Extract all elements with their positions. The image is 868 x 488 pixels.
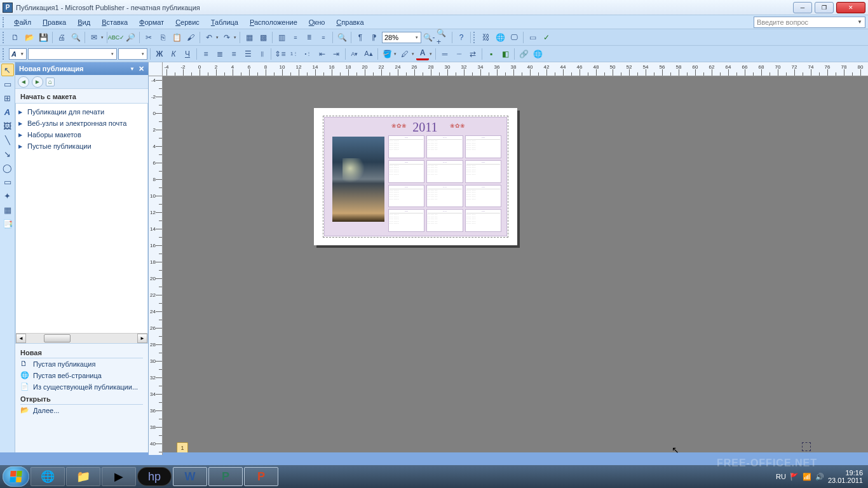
scroll-left-icon[interactable]: ◄ xyxy=(16,334,26,343)
zoom-in-icon[interactable]: 🔍+ xyxy=(437,31,449,44)
numbering-icon[interactable]: 1⋮ xyxy=(288,48,301,60)
line-style-icon[interactable]: ═ xyxy=(438,48,451,60)
dropdown-arrow-icon[interactable]: ▾ xyxy=(234,35,236,40)
toolbar-grip[interactable] xyxy=(3,17,6,27)
connect-toolbox-icon[interactable]: ⛓ xyxy=(480,31,492,44)
dropdown-arrow-icon[interactable]: ▾ xyxy=(394,51,397,57)
font-color-icon[interactable]: A xyxy=(416,48,429,60)
table-tool-icon[interactable]: ⊞ xyxy=(1,92,14,104)
redo-icon[interactable]: ↷ xyxy=(220,31,233,44)
arrow-style-icon[interactable]: ⇄ xyxy=(466,48,479,60)
underline-icon[interactable]: Ч xyxy=(181,48,194,60)
horizontal-ruler[interactable]: -4-2024681012141618202224262830323436384… xyxy=(163,62,868,76)
taskbar-powerpoint[interactable]: P xyxy=(244,467,278,486)
align-justify-icon[interactable]: ☰ xyxy=(241,48,254,60)
horizontal-scrollbar[interactable]: ◄ ► xyxy=(16,333,147,343)
line-color-icon[interactable]: 🖊 xyxy=(398,48,411,60)
style-combo[interactable]: A▾ xyxy=(9,48,27,60)
start-button[interactable] xyxy=(3,466,29,487)
bold-icon[interactable]: Ж xyxy=(153,48,166,60)
help-search-box[interactable]: Введите вопрос▼ xyxy=(754,17,865,28)
help-icon[interactable]: ? xyxy=(455,31,468,44)
distributed-icon[interactable]: ⫴ xyxy=(255,48,268,60)
vertical-ruler[interactable]: -4-2024681012141618202224262830323436384… xyxy=(149,76,163,455)
increase-indent-icon[interactable]: ⇥ xyxy=(330,48,342,60)
link-blank-web[interactable]: 🌐Пустая веб-страница xyxy=(20,370,143,381)
arrow-tool-icon[interactable]: ↘ xyxy=(1,147,14,160)
tp-item-print[interactable]: Публикации для печати xyxy=(17,106,146,118)
insert-hyperlink-icon[interactable]: 🔗 xyxy=(517,48,530,60)
taskbar-mediaplayer[interactable]: ▶ xyxy=(102,467,136,486)
tp-item-design-sets[interactable]: Наборы макетов xyxy=(17,129,146,140)
menu-format[interactable]: Формат xyxy=(134,17,169,27)
menu-window[interactable]: Окно xyxy=(304,17,330,27)
menu-edit[interactable]: Правка xyxy=(37,17,71,27)
3d-icon[interactable]: ◧ xyxy=(499,48,512,60)
italic-icon[interactable]: К xyxy=(167,48,180,60)
text-box-tool-icon[interactable]: ▭ xyxy=(1,78,14,90)
new-icon[interactable]: 🗋 xyxy=(9,31,22,44)
align-center-icon[interactable]: ≣ xyxy=(214,48,226,60)
align-left-icon[interactable]: ≡ xyxy=(200,48,212,60)
menu-insert[interactable]: Вставка xyxy=(97,17,133,27)
nav-forward-icon[interactable]: ► xyxy=(32,76,43,88)
wordart-tool-icon[interactable]: A xyxy=(1,105,14,118)
fill-color-icon[interactable]: 🪣 xyxy=(381,48,393,60)
shadow-icon[interactable]: ▪ xyxy=(485,48,498,60)
dropdown-arrow-icon[interactable]: ▾ xyxy=(430,51,432,57)
zoom-out-icon[interactable]: 🔍- xyxy=(423,31,435,44)
menu-view[interactable]: Вид xyxy=(72,17,95,27)
paragraph-icon[interactable]: ¶ xyxy=(354,31,367,44)
decrease-font-icon[interactable]: A▾ xyxy=(348,48,361,60)
tray-flag-icon[interactable]: 🚩 xyxy=(790,473,799,481)
picture-frame-icon[interactable]: 🖼 xyxy=(1,119,14,132)
design-checker-icon[interactable]: ✓ xyxy=(540,31,553,44)
font-combo[interactable]: ▾ xyxy=(28,48,117,60)
taskbar-explorer[interactable]: 📁 xyxy=(66,467,100,486)
tray-volume-icon[interactable]: 🔊 xyxy=(815,473,824,481)
open-icon[interactable]: 📂 xyxy=(23,31,36,44)
dropdown-arrow-icon[interactable]: ▾ xyxy=(216,35,219,40)
spelling-icon[interactable]: ABC✓ xyxy=(110,31,123,44)
autoshapes-icon[interactable]: ✦ xyxy=(1,189,14,202)
design-gallery-icon[interactable]: ▭ xyxy=(526,31,539,44)
design-gallery-tool-icon[interactable]: 📑 xyxy=(1,217,14,230)
line-tool-icon[interactable]: ╲ xyxy=(1,133,14,146)
columns-icon[interactable]: ▥ xyxy=(275,31,288,44)
tp-item-blank[interactable]: Пустые публикации xyxy=(17,140,146,152)
format-painter-icon[interactable]: 🖌 xyxy=(184,31,197,44)
send-back-icon[interactable]: ▩ xyxy=(257,31,269,44)
dropdown-arrow-icon[interactable]: ▾ xyxy=(412,51,414,57)
special-chars-icon[interactable]: ⁋ xyxy=(368,31,381,44)
research-icon[interactable]: 🔎 xyxy=(124,31,137,44)
webtools-icon[interactable]: 🌐 xyxy=(494,31,506,44)
select-tool-icon[interactable]: ↖ xyxy=(1,64,14,76)
print-preview-icon[interactable]: 🔍 xyxy=(69,31,82,44)
maximize-button[interactable]: ❐ xyxy=(815,2,834,13)
zoom-combo[interactable]: 28%▾ xyxy=(382,32,421,43)
align-center-icon[interactable]: ≣ xyxy=(303,31,316,44)
tray-network-icon[interactable]: 📶 xyxy=(803,473,811,481)
close-button[interactable]: ✕ xyxy=(836,2,865,13)
dash-style-icon[interactable]: ┈ xyxy=(452,48,465,60)
canvas-viewport[interactable]: ❀✿❀ 2011 ❀✿❀ ······ · · · · · ·· · · · ·… xyxy=(163,76,868,455)
align-right-icon[interactable]: ≡ xyxy=(317,31,330,44)
cut-icon[interactable]: ✂ xyxy=(142,31,155,44)
web-preview-icon[interactable]: 🌐 xyxy=(531,48,544,60)
bullets-icon[interactable]: •⋮ xyxy=(302,48,315,60)
increase-font-icon[interactable]: A▴ xyxy=(362,48,375,60)
chevron-down-icon[interactable]: ▼ xyxy=(130,66,135,72)
preview-icon[interactable]: 🖵 xyxy=(508,31,520,44)
email-icon[interactable]: ✉ xyxy=(88,31,100,44)
menu-table[interactable]: Таблица xyxy=(206,17,243,27)
zoom-page-icon[interactable]: 🔍 xyxy=(336,31,348,44)
link-from-existing[interactable]: 📄Из существующей публикации... xyxy=(20,381,143,393)
taskbar-hp[interactable]: hp xyxy=(137,467,172,486)
bring-front-icon[interactable]: ▦ xyxy=(243,31,255,44)
taskbar-ie[interactable]: 🌐 xyxy=(31,467,65,486)
minimize-button[interactable]: ─ xyxy=(793,2,812,13)
taskbar-publisher[interactable]: P xyxy=(208,467,243,486)
save-icon[interactable]: 💾 xyxy=(37,31,50,44)
tray-clock[interactable]: 19:16 23.01.2011 xyxy=(828,469,863,484)
align-left-icon[interactable]: ≡ xyxy=(289,31,302,44)
